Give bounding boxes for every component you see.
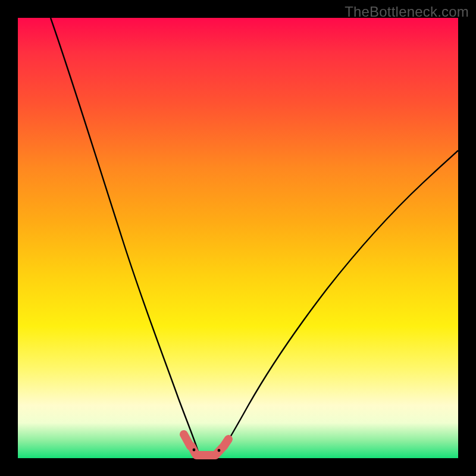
svg-point-1 [218, 449, 221, 452]
right-branch-curve [218, 151, 458, 457]
left-branch-curve [51, 18, 200, 457]
curve-layer [18, 18, 458, 458]
floor-highlight [184, 434, 228, 455]
plot-area [18, 18, 458, 458]
svg-point-0 [193, 449, 196, 452]
watermark-text: TheBottleneck.com [345, 4, 469, 20]
chart-frame: TheBottleneck.com [0, 0, 476, 476]
